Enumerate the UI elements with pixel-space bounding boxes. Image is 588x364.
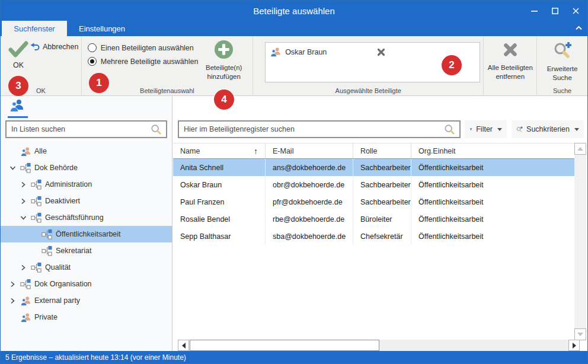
register-search-placeholder: Hier im Beteiligtenregister suchen [184, 125, 444, 133]
table-cell: Büroleiter [353, 210, 411, 228]
chevron-down-icon[interactable] [18, 215, 28, 221]
scroll-right-button[interactable] [568, 340, 580, 351]
list-search-placeholder: In Listen suchen [11, 125, 151, 133]
table-cell: Öffentlichkeitsarbeit [411, 159, 574, 176]
advanced-search-label-line2: Suche [537, 74, 587, 82]
people-icon [10, 99, 24, 112]
chevron-down-icon[interactable] [8, 165, 17, 171]
tree-item-qualit-t[interactable]: Qualität [1, 259, 172, 276]
advanced-search-button[interactable]: Erweiterte Suche [537, 41, 587, 82]
org-icon [30, 196, 42, 206]
tree-item-dok-beh-rde[interactable]: Dok Behörde [1, 159, 172, 176]
table-cell: Chefsekretär [353, 228, 411, 245]
column-header-name[interactable]: Name↑ [173, 143, 266, 158]
tree-item-label: Alle [34, 147, 47, 155]
tree-item-alle[interactable]: Alle [1, 143, 172, 159]
table-cell: pfr@dokbehoerde.de [266, 193, 353, 210]
remove-all-participants-button[interactable]: Alle Beteiligten entfernen [484, 41, 536, 81]
tree-item-label: Öffentlichkeitsarbeit [56, 230, 121, 238]
close-button[interactable] [565, 1, 586, 21]
participants-table: Name↑E-MailRolleOrg.Einheit Anita Schnel… [173, 143, 574, 245]
column-header-rolle[interactable]: Rolle [353, 143, 411, 158]
table-cell: obr@dokbehoerde.de [266, 176, 353, 193]
scroll-down-button[interactable] [574, 328, 586, 340]
sidebar: In Listen suchen AlleDok BehördeAdminist… [1, 96, 172, 352]
radio-icon [88, 57, 97, 66]
add-participants-button[interactable]: Beteiligte(n) hinzufügen [197, 40, 251, 81]
chevron-right-icon[interactable] [18, 264, 28, 271]
tree-item-dok-organisation[interactable]: Dok Organisation [1, 276, 172, 292]
sidebar-tab-participants[interactable] [9, 99, 25, 114]
tab-einstellungen[interactable]: Einstellungen [68, 21, 136, 36]
dialog-body: In Listen suchen AlleDok BehördeAdminist… [1, 96, 587, 352]
chevron-right-icon[interactable] [18, 198, 28, 205]
column-header-e-mail[interactable]: E-Mail [266, 143, 353, 158]
table-row-anita-schnell[interactable]: Anita Schnellans@dokbehoerde.deSachbearb… [173, 159, 574, 176]
group-label-suche: Suche [537, 87, 587, 94]
annotation-badge-2: 2 [442, 55, 462, 75]
table-cell: Sachbearbeiter [353, 193, 411, 210]
chevron-down-icon [497, 128, 502, 131]
radio-single-participant[interactable]: Einen Beteiligten auswählen [88, 41, 199, 55]
chevron-right-icon[interactable] [18, 181, 28, 188]
tree-item-label: External party [34, 296, 80, 305]
table-cell: Sachbearbeiter [353, 159, 411, 176]
table-row-paul-franzen[interactable]: Paul Franzenpfr@dokbehoerde.deSachbearbe… [173, 193, 574, 210]
tree-item-external-party[interactable]: External party [1, 292, 172, 309]
table-row-sepp-balthasar[interactable]: Sepp Balthasarsba@dokbehoerde.deChefsekr… [173, 228, 574, 245]
table-cell: Öffentlichkeitsarbeit [411, 176, 574, 193]
tree-item-private[interactable]: Private [1, 309, 172, 325]
people-icon [270, 47, 281, 57]
horizontal-scrollbar-thumb[interactable] [190, 340, 379, 351]
ok-button[interactable]: OK [5, 41, 31, 69]
participant-chip[interactable]: Oskar Braun [270, 47, 327, 57]
search-criteria-button-label: Suchkriterien [526, 125, 570, 133]
column-header-org-einheit[interactable]: Org.Einheit [411, 143, 574, 158]
tree-item-label: Deaktiviert [45, 197, 80, 205]
chevron-right-icon[interactable] [8, 281, 17, 288]
tree-item-administration[interactable]: Administration [1, 176, 172, 193]
table-cell: Öffentlichkeitsarbeit [411, 228, 574, 245]
vertical-scrollbar[interactable] [574, 143, 586, 340]
table-row-oskar-braun[interactable]: Oskar Braunobr@dokbehoerde.deSachbearbei… [173, 176, 574, 193]
table-cell: rbe@dokbehoerde.de [266, 210, 353, 228]
window-title: Beteiligte auswählen [1, 6, 587, 16]
people-icon [20, 296, 31, 306]
minimize-button[interactable] [524, 1, 545, 21]
radio-single-label: Einen Beteiligten auswählen [101, 44, 194, 52]
tree-item-ffentlichkeitsarbeit[interactable]: Öffentlichkeitsarbeit [1, 226, 172, 242]
search-criteria-button[interactable]: Suchkriterien [512, 120, 584, 138]
horizontal-scrollbar[interactable] [178, 340, 580, 351]
tree-item-gesch-ftsf-hrung[interactable]: Geschäftsführung [1, 209, 172, 226]
tree-item-label: Sekretariat [56, 247, 91, 255]
tree-item-deaktiviert[interactable]: Deaktiviert [1, 193, 172, 209]
tree-item-sekretariat[interactable]: Sekretariat [1, 242, 172, 259]
people-icon [20, 146, 31, 157]
annotation-badge-4: 4 [214, 90, 234, 110]
big-x-icon [501, 41, 519, 59]
triangle-up-icon [577, 147, 583, 151]
table-cell: Paul Franzen [173, 193, 266, 210]
register-search-input[interactable]: Hier im Beteiligtenregister suchen [178, 120, 461, 138]
scroll-up-button[interactable] [574, 143, 586, 155]
chevron-down-icon [574, 128, 579, 131]
cancel-button-label: Abbrechen [43, 43, 78, 51]
table-cell: Öffentlichkeitsarbeit [411, 210, 574, 228]
table-body: Anita Schnellans@dokbehoerde.deSachbearb… [173, 159, 574, 245]
status-text: 5 Ergebnisse – aktualisiert heute 13:14 … [5, 353, 186, 362]
filter-button[interactable]: Filter [465, 120, 507, 138]
list-search-input[interactable]: In Listen suchen [5, 120, 167, 138]
funnel-icon [469, 125, 472, 134]
collapse-ribbon-button[interactable] [575, 24, 583, 34]
tab-suchfenster[interactable]: Suchfenster [2, 21, 67, 36]
cancel-button[interactable]: Abbrechen [30, 43, 78, 51]
remove-all-label-line2: entfernen [484, 72, 536, 81]
chevron-right-icon[interactable] [8, 298, 17, 304]
search-icon [444, 124, 455, 135]
radio-multiple-participants[interactable]: Mehrere Beteiligte auswählen [88, 55, 199, 68]
maximize-button[interactable] [545, 1, 565, 21]
scroll-left-button[interactable] [178, 340, 189, 351]
remove-participant-button[interactable] [377, 48, 385, 59]
table-row-rosalie-bendel[interactable]: Rosalie Bendelrbe@dokbehoerde.deBüroleit… [173, 210, 574, 228]
table-cell: Rosalie Bendel [173, 210, 266, 228]
